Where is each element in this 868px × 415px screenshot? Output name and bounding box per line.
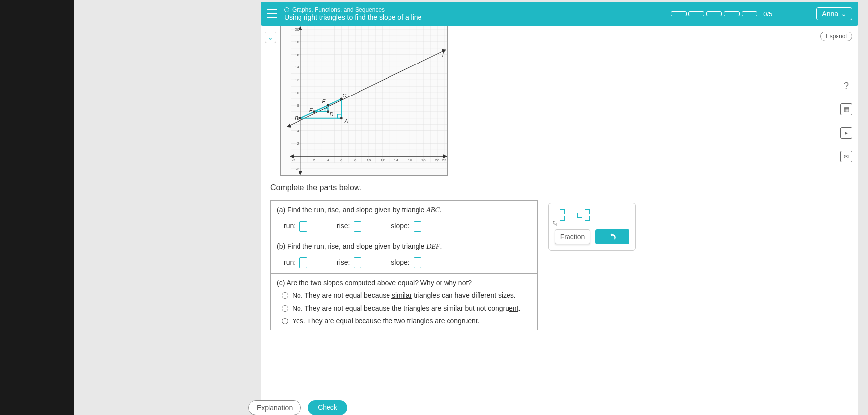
fraction-icon[interactable] xyxy=(559,209,566,221)
slope-input-a[interactable] xyxy=(414,221,421,232)
svg-text:E: E xyxy=(309,107,313,113)
part-a-prompt: (a) Find the run, rise, and slope given … xyxy=(277,206,442,214)
graph-plot: 2018161412108642-2 -2246810121416182022 … xyxy=(280,26,448,176)
rise-input-a[interactable] xyxy=(354,221,361,232)
svg-text:A: A xyxy=(344,118,348,124)
menu-icon[interactable] xyxy=(267,9,277,18)
part-c: (c) Are the two slopes computed above eq… xyxy=(271,274,537,330)
undo-button[interactable] xyxy=(595,229,629,244)
rise-input-b[interactable] xyxy=(354,257,361,268)
svg-text:C: C xyxy=(342,93,346,98)
radio-icon[interactable] xyxy=(282,305,288,312)
user-menu[interactable]: Anna ⌄ xyxy=(816,7,852,20)
progress-seg xyxy=(706,11,722,16)
page-title: Using right triangles to find the slope … xyxy=(284,13,421,21)
svg-text:2: 2 xyxy=(313,158,315,162)
option-3-text: Yes. They are equal because the two tria… xyxy=(292,317,479,325)
lesson-circle-icon xyxy=(284,7,289,12)
svg-text:6: 6 xyxy=(340,158,343,162)
progress-seg xyxy=(688,11,704,16)
help-icon[interactable]: ? xyxy=(840,80,852,92)
rise-label-a: rise: xyxy=(337,221,361,232)
svg-marker-76 xyxy=(287,124,291,128)
svg-text:4: 4 xyxy=(327,158,329,162)
progress-seg xyxy=(671,11,687,16)
svg-text:8: 8 xyxy=(297,103,299,108)
part-b-prompt: (b) Find the run, rise, and slope given … xyxy=(277,242,442,250)
svg-marker-50 xyxy=(290,154,294,158)
svg-point-86 xyxy=(313,110,315,113)
radio-icon[interactable] xyxy=(282,292,288,299)
explanation-button[interactable]: Explanation xyxy=(248,400,301,415)
svg-text:8: 8 xyxy=(354,158,357,162)
svg-text:D: D xyxy=(329,111,333,117)
svg-marker-48 xyxy=(299,171,302,175)
svg-text:16: 16 xyxy=(295,53,299,57)
svg-text:20: 20 xyxy=(435,158,440,162)
svg-text:12: 12 xyxy=(295,78,299,82)
language-button[interactable]: Español xyxy=(820,32,852,41)
check-button[interactable]: Check xyxy=(308,400,347,415)
svg-text:18: 18 xyxy=(421,158,426,162)
chevron-down-icon: ⌄ xyxy=(841,10,847,18)
svg-text:-2: -2 xyxy=(292,158,296,162)
progress-seg xyxy=(724,11,740,16)
svg-marker-49 xyxy=(443,154,447,158)
video-icon[interactable]: ▸ xyxy=(840,127,852,139)
cursor-hand-icon: ☟ xyxy=(553,219,558,228)
rise-label-b: rise: xyxy=(337,257,361,268)
svg-point-87 xyxy=(327,104,329,106)
instruction-text: Complete the parts below. xyxy=(270,183,361,192)
part-c-prompt: (c) Are the two slopes computed above eq… xyxy=(277,279,531,287)
user-name: Anna xyxy=(822,10,838,18)
svg-text:14: 14 xyxy=(295,65,299,69)
message-icon[interactable]: ✉ xyxy=(840,151,852,162)
chevron-down-icon: ⌄ xyxy=(268,33,273,41)
option-1-text: No. They are not equal because similar t… xyxy=(292,291,516,299)
header-titles: Graphs, Functions, and Sequences Using r… xyxy=(284,6,421,21)
svg-text:22: 22 xyxy=(442,158,447,162)
part-b: (b) Find the run, rise, and slope given … xyxy=(271,237,537,274)
svg-text:2: 2 xyxy=(297,141,299,146)
slope-input-b[interactable] xyxy=(414,257,421,268)
svg-text:B: B xyxy=(295,115,298,121)
mixed-fraction-icon[interactable] xyxy=(577,209,591,221)
content-area: ⌄ Español ? ▦ ▸ ✉ 2018161412108642-2 xyxy=(261,26,858,415)
svg-text:14: 14 xyxy=(394,158,398,162)
svg-text:10: 10 xyxy=(367,158,371,162)
breadcrumb: Graphs, Functions, and Sequences xyxy=(284,6,421,13)
run-input-b[interactable] xyxy=(299,257,307,268)
main-panel: Graphs, Functions, and Sequences Using r… xyxy=(74,0,868,415)
run-label-b: run: xyxy=(284,257,307,268)
option-2[interactable]: No. They are not equal because the trian… xyxy=(277,304,531,312)
svg-text:10: 10 xyxy=(295,91,299,95)
svg-point-85 xyxy=(327,110,329,113)
svg-text:F: F xyxy=(322,98,326,104)
part-a: (a) Find the run, rise, and slope given … xyxy=(271,201,537,237)
svg-point-82 xyxy=(340,117,343,119)
option-3[interactable]: Yes. They are equal because the two tria… xyxy=(277,317,531,325)
svg-text:20: 20 xyxy=(295,27,299,32)
option-2-text: No. They are not equal because the trian… xyxy=(292,304,520,312)
svg-line-74 xyxy=(287,50,446,127)
question-panel: (a) Find the run, rise, and slope given … xyxy=(270,200,538,330)
slope-label-a: slope: xyxy=(391,221,421,232)
fraction-tooltip: Fraction xyxy=(555,229,590,244)
svg-text:4: 4 xyxy=(297,129,299,133)
svg-point-83 xyxy=(299,117,301,119)
svg-text:18: 18 xyxy=(295,40,299,44)
svg-text:12: 12 xyxy=(380,158,385,162)
side-toolbar: ? ▦ ▸ ✉ xyxy=(840,80,852,162)
math-palette: ☟ Fraction xyxy=(548,203,636,251)
photo-dark-border xyxy=(0,0,74,415)
progress-seg xyxy=(742,11,757,16)
option-1[interactable]: No. They are not equal because similar t… xyxy=(277,291,531,299)
run-input-a[interactable] xyxy=(299,221,307,232)
calculator-icon[interactable]: ▦ xyxy=(840,103,852,115)
svg-text:-2: -2 xyxy=(296,167,299,171)
slope-label-b: slope: xyxy=(391,257,421,268)
run-label-a: run: xyxy=(284,221,307,232)
radio-icon[interactable] xyxy=(282,318,288,324)
collapse-button[interactable]: ⌄ xyxy=(265,32,276,43)
svg-marker-47 xyxy=(299,26,302,30)
